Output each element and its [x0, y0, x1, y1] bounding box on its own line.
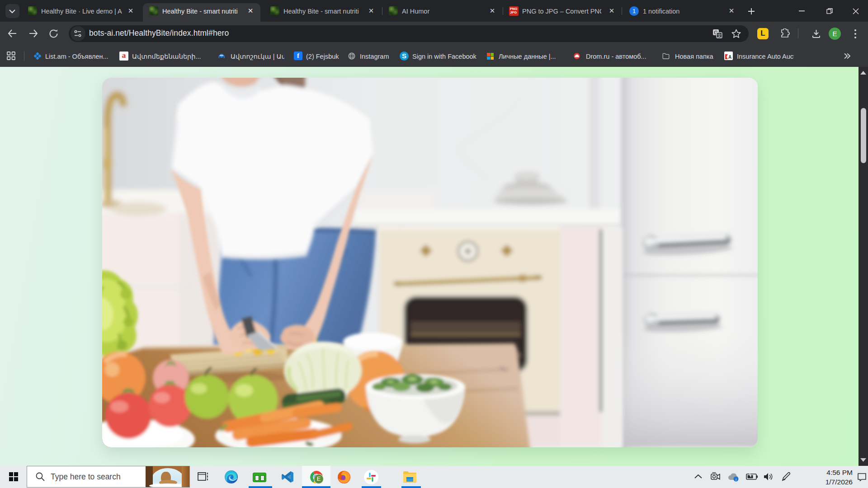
svg-text:A: A — [728, 55, 731, 60]
svg-text:文: 文 — [717, 33, 722, 38]
